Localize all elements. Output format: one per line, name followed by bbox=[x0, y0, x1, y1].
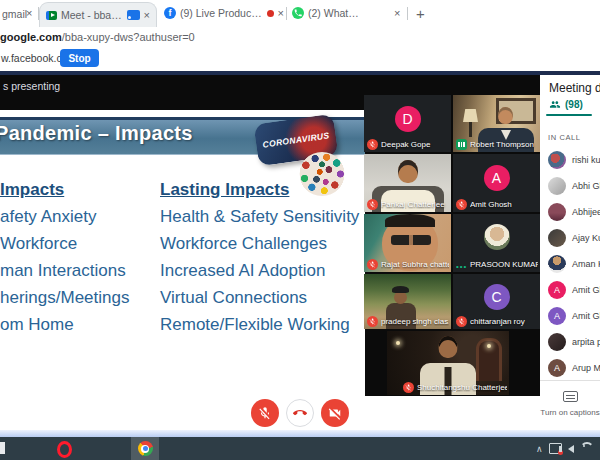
slide-left-item: man Interactions bbox=[0, 257, 129, 284]
slide-right-item: Health & Safety Sensitivity bbox=[160, 203, 359, 230]
avatar bbox=[548, 229, 566, 247]
tray-wifi-icon[interactable] bbox=[580, 442, 594, 456]
lamp-decor bbox=[469, 122, 472, 137]
tab-divider bbox=[407, 7, 408, 20]
slide-column-immediate: Impacts afety Anxiety Workforce man Inte… bbox=[0, 176, 129, 338]
participant-name: pradeep singh clas... bbox=[381, 317, 449, 326]
tab-divider bbox=[286, 7, 287, 20]
address-bar-url: google.com/bba-xupy-dws?authuser=0 bbox=[0, 31, 195, 43]
participant-name: Amit Gho bbox=[572, 285, 600, 295]
participant-row[interactable]: A Amit Gho bbox=[548, 307, 600, 325]
people-icon bbox=[548, 99, 562, 110]
participant-row[interactable]: rishi kuma bbox=[548, 151, 600, 169]
chrome-taskbar-button[interactable] bbox=[131, 437, 159, 460]
url-domain: google.com bbox=[0, 31, 62, 43]
active-tab-underline bbox=[546, 114, 592, 116]
tray-expand-icon[interactable]: ∧ bbox=[536, 444, 543, 454]
light-decor bbox=[396, 341, 400, 345]
mic-muted-icon bbox=[367, 199, 378, 210]
tab-meet-close-icon[interactable]: × bbox=[144, 10, 150, 20]
tab-gmail[interactable]: gmail bbox=[2, 8, 27, 20]
participant-name: Aman Ku bbox=[572, 259, 600, 269]
call-end-icon bbox=[293, 406, 307, 420]
captions-icon bbox=[563, 391, 578, 402]
videocam-off-icon bbox=[328, 406, 342, 420]
participant-name: Rajat Subhra chatte... bbox=[381, 260, 449, 269]
mic-muted-icon bbox=[367, 259, 378, 270]
microphone-off-button[interactable] bbox=[251, 399, 279, 427]
meeting-details-panel: Meeting deta (98) IN CALL rishi kuma Abh… bbox=[540, 75, 600, 425]
participant-row[interactable]: Aman Ku bbox=[548, 255, 600, 273]
tab-whatsapp-close-icon[interactable]: × bbox=[394, 8, 400, 18]
coronavirus-badge-text: CORONAVIRUS bbox=[262, 130, 330, 149]
participant-name: Shuchitangshu Chatterjee bbox=[417, 383, 507, 392]
avatar bbox=[548, 177, 566, 195]
participant-name: Pankaj Chatterjee bbox=[381, 200, 449, 209]
slide-column-lasting: Lasting Impacts Health & Safety Sensitiv… bbox=[160, 176, 359, 338]
avatar: A bbox=[548, 307, 566, 325]
participant-count: (98) bbox=[565, 99, 583, 110]
participant-row[interactable]: Ajay Kum bbox=[548, 229, 600, 247]
tab-meet[interactable]: Meet - bba-xupy-dws × bbox=[39, 2, 157, 27]
recording-dot-icon bbox=[267, 10, 274, 17]
new-tab-button[interactable]: + bbox=[416, 5, 425, 22]
video-tile[interactable]: C chittaranjan roy bbox=[453, 274, 540, 329]
url-path: /bba-xupy-dws?authuser=0 bbox=[62, 31, 195, 43]
mic-off-icon bbox=[258, 406, 272, 420]
taskbar-app-icon[interactable] bbox=[0, 442, 5, 454]
mic-muted-icon bbox=[456, 316, 467, 327]
hang-up-button[interactable] bbox=[286, 399, 314, 427]
opera-icon[interactable] bbox=[57, 441, 72, 458]
video-tile[interactable]: Shuchitangshu Chatterjee bbox=[387, 331, 509, 395]
video-tile[interactable]: D Deepak Gope bbox=[364, 95, 451, 152]
video-tile[interactable]: ••• PRASOON KUMAR bbox=[453, 214, 540, 272]
captions-label: Turn on captions bbox=[540, 408, 600, 417]
mic-muted-icon bbox=[403, 382, 414, 393]
slide-left-item: om Home bbox=[0, 311, 129, 338]
screen: gmail × Meet - bba-xupy-dws × f (9) Live… bbox=[0, 0, 600, 460]
tab-whatsapp[interactable]: (2) WhatsApp bbox=[292, 7, 362, 19]
speaking-indicator-icon bbox=[456, 139, 467, 150]
video-tile[interactable]: pradeep singh clas... bbox=[364, 274, 451, 329]
participant-name: PRASOON KUMAR bbox=[470, 260, 538, 269]
stop-sharing-button[interactable]: Stop bbox=[60, 49, 99, 67]
captions-control[interactable]: Turn on captions bbox=[540, 388, 600, 417]
tab-participants[interactable]: (98) bbox=[548, 99, 583, 110]
slide-left-header: Impacts bbox=[0, 176, 129, 203]
video-tile[interactable]: Robert Thompson bbox=[453, 95, 540, 152]
browser-tab-strip: gmail × Meet - bba-xupy-dws × f (9) Live… bbox=[0, 0, 600, 27]
participant-row[interactable]: Abhijeet bbox=[548, 203, 600, 221]
slide-right-item: Increased AI Adoption bbox=[160, 257, 359, 284]
mic-muted-icon bbox=[367, 139, 378, 150]
light-decor bbox=[487, 344, 491, 348]
video-tile[interactable]: Pankaj Chatterjee bbox=[364, 154, 451, 212]
tab-sharing-indicator-icon bbox=[127, 10, 140, 20]
participant-name: Ajay Kum bbox=[572, 233, 600, 243]
participant-row[interactable]: Abhi Gho bbox=[548, 177, 600, 195]
participant-name: Abhijeet bbox=[572, 207, 600, 217]
camera-off-button[interactable] bbox=[321, 399, 349, 427]
slide-right-item: Virtual Connections bbox=[160, 284, 359, 311]
person-video bbox=[385, 214, 435, 227]
slide-title: Pandemic – Impacts bbox=[0, 122, 193, 145]
facebook-favicon-icon: f bbox=[164, 7, 176, 19]
participant-name: Deepak Gope bbox=[381, 140, 449, 149]
participant-name: Robert Thompson bbox=[470, 140, 538, 149]
participant-name: Amit Ghosh bbox=[470, 200, 538, 209]
whatsapp-favicon-icon bbox=[292, 7, 304, 19]
participant-row[interactable]: A Arup Mo bbox=[548, 359, 600, 377]
avatar bbox=[484, 224, 510, 250]
slide-right-item: Workforce Challenges bbox=[160, 230, 359, 257]
tab-gmail-close-icon[interactable]: × bbox=[26, 8, 32, 18]
participant-row[interactable]: A Amit Gho bbox=[548, 281, 600, 299]
video-tile[interactable]: Rajat Subhra chatte... bbox=[364, 214, 451, 272]
participant-row[interactable]: arpita pa bbox=[548, 333, 600, 351]
tab-facebook[interactable]: f (9) Live Producer | Facebook × bbox=[164, 7, 284, 19]
video-tile[interactable]: A Amit Ghosh bbox=[453, 154, 540, 212]
lamp-decor bbox=[463, 109, 478, 122]
avatar: A bbox=[548, 359, 566, 377]
tab-facebook-close-icon[interactable]: × bbox=[278, 8, 284, 18]
participant-name: Arup Mo bbox=[572, 363, 600, 373]
tray-volume-icon[interactable] bbox=[568, 445, 574, 453]
participant-name: Amit Gho bbox=[572, 311, 600, 321]
